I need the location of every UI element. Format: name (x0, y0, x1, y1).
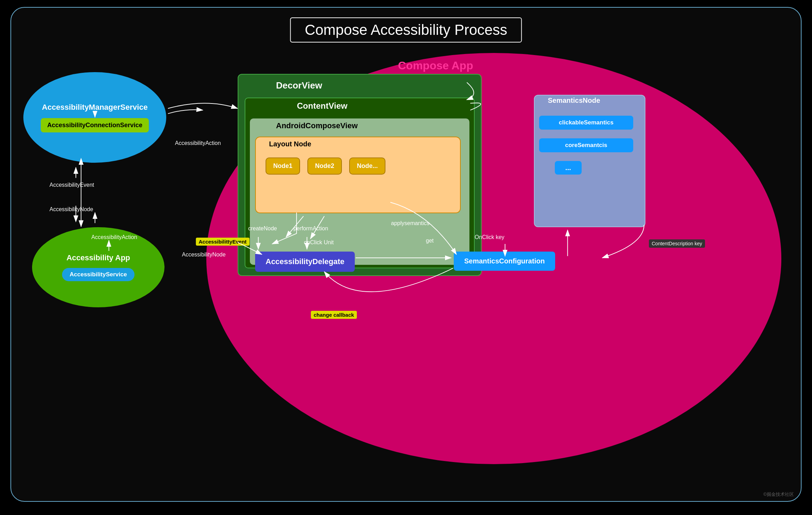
layoutnode-box (255, 137, 461, 213)
semanticsnode-label: SemanticsNode (548, 97, 600, 105)
contentview-label: ContentView (297, 101, 347, 111)
aa-label: Accessibility App (67, 253, 130, 262)
as-button: AccessibilityService (62, 268, 135, 281)
accessibility-action-label-2: AccessibilityAction (91, 234, 137, 240)
ams-ellipse: AccessibilityManagerService Accessibilit… (23, 72, 166, 163)
compose-app-label: Compose App (398, 59, 473, 72)
page-title: Compose Accessibility Process (305, 22, 507, 38)
acv-label: AndroidComposeView (276, 121, 358, 130)
node3-button: Node... (349, 157, 385, 175)
content-description-key-label: ContentDescription key (649, 239, 705, 248)
clickable-semantics-button: clickableSemantics (539, 116, 633, 130)
main-container: Compose Accessibility Process Compose Ap… (10, 7, 802, 502)
accessibility-node-label-2: AccessibilityNode (182, 252, 225, 258)
accessibility-event-yellow: AccessibilittyEvent (196, 238, 250, 246)
decorview-label: DecorView (276, 80, 322, 91)
apply-semantics-label: applysemantics (391, 220, 429, 226)
core-semantics-button: coreSemantcis (539, 138, 633, 152)
accessibility-node-label: AccessibilityNode (49, 206, 93, 213)
ams-label: AccessibilityManagerService (42, 103, 147, 112)
on-click-unit-label: onClick Unit (304, 239, 334, 246)
layoutnode-label: Layout Node (269, 140, 311, 148)
on-click-key-label: OnClick key (475, 234, 504, 240)
accessibilitydelegate-box: AccessibilityDelegate (255, 252, 355, 272)
acs-button: AccessibilityConnectionService (41, 118, 148, 132)
accessibility-action-label-1: AccessibilityAction (175, 140, 221, 146)
accessibility-event-label: AccessibilityEvent (49, 182, 94, 188)
perform-action-label: performAction (293, 225, 328, 232)
semanticsnode-box (534, 95, 645, 227)
watermark: ©掘金技术社区 (763, 491, 794, 498)
title-box: Compose Accessibility Process (290, 17, 522, 43)
node1-button: Node1 (266, 157, 300, 175)
change-callback-label: change callback (311, 311, 357, 319)
semanticsconfig-box: SemanticsConfiguration (454, 252, 555, 271)
dots-button: ... (555, 161, 582, 175)
get-label: get (426, 238, 434, 244)
create-node-label: createNode (248, 225, 277, 232)
node2-button: Node2 (307, 157, 342, 175)
